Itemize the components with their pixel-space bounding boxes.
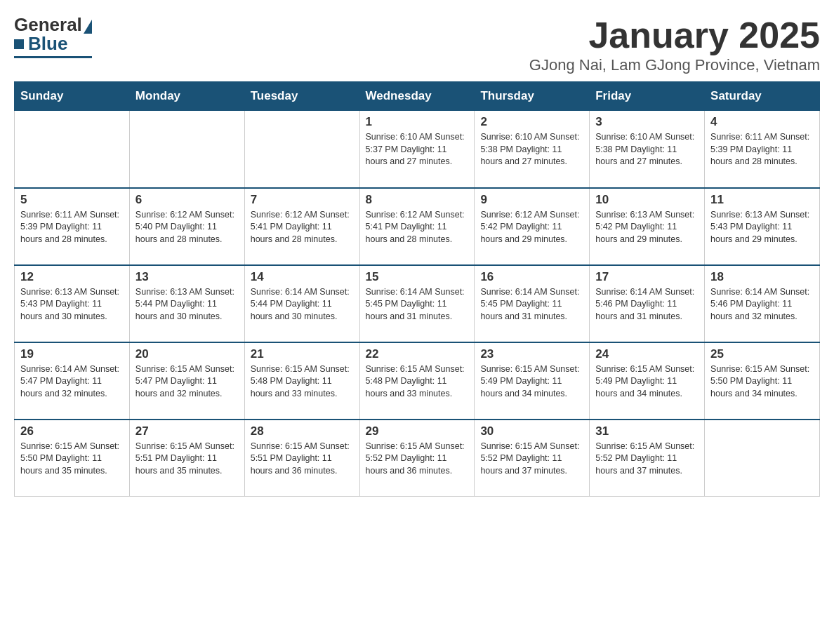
- calendar-cell: 10Sunrise: 6:13 AM Sunset: 5:42 PM Dayli…: [590, 188, 705, 265]
- day-info: Sunrise: 6:11 AM Sunset: 5:39 PM Dayligh…: [710, 131, 814, 168]
- day-number: 17: [595, 270, 699, 284]
- day-info: Sunrise: 6:15 AM Sunset: 5:51 PM Dayligh…: [251, 441, 354, 478]
- day-number: 16: [480, 270, 583, 284]
- calendar-week-row: 5Sunrise: 6:11 AM Sunset: 5:39 PM Daylig…: [15, 188, 820, 265]
- calendar-cell: 9Sunrise: 6:12 AM Sunset: 5:42 PM Daylig…: [475, 188, 590, 265]
- day-number: 5: [20, 193, 124, 207]
- day-info: Sunrise: 6:15 AM Sunset: 5:49 PM Dayligh…: [595, 363, 699, 401]
- day-number: 6: [135, 193, 239, 207]
- calendar-cell: 20Sunrise: 6:15 AM Sunset: 5:47 PM Dayli…: [129, 342, 244, 420]
- day-number: 24: [595, 347, 699, 361]
- day-info: Sunrise: 6:10 AM Sunset: 5:38 PM Dayligh…: [595, 131, 699, 168]
- calendar-cell: 11Sunrise: 6:13 AM Sunset: 5:43 PM Dayli…: [705, 188, 820, 265]
- day-info: Sunrise: 6:15 AM Sunset: 5:51 PM Dayligh…: [135, 441, 239, 478]
- day-number: 26: [20, 424, 124, 438]
- day-info: Sunrise: 6:13 AM Sunset: 5:42 PM Dayligh…: [595, 209, 699, 246]
- day-info: Sunrise: 6:15 AM Sunset: 5:50 PM Dayligh…: [710, 363, 814, 401]
- title-block: January 2025 GJong Nai, Lam GJong Provin…: [529, 14, 820, 74]
- calendar-cell: [244, 111, 359, 188]
- calendar-day-header: Thursday: [475, 82, 590, 111]
- calendar-week-row: 12Sunrise: 6:13 AM Sunset: 5:43 PM Dayli…: [15, 265, 820, 342]
- day-number: 27: [135, 424, 239, 438]
- day-info: Sunrise: 6:15 AM Sunset: 5:49 PM Dayligh…: [480, 363, 583, 401]
- calendar-cell: 21Sunrise: 6:15 AM Sunset: 5:48 PM Dayli…: [244, 342, 359, 420]
- calendar-cell: 29Sunrise: 6:15 AM Sunset: 5:52 PM Dayli…: [359, 420, 475, 497]
- day-number: 28: [251, 424, 354, 438]
- day-info: Sunrise: 6:10 AM Sunset: 5:37 PM Dayligh…: [366, 131, 469, 168]
- calendar-cell: 4Sunrise: 6:11 AM Sunset: 5:39 PM Daylig…: [705, 111, 820, 188]
- calendar-cell: 14Sunrise: 6:14 AM Sunset: 5:44 PM Dayli…: [244, 265, 359, 342]
- logo: General Blue: [14, 14, 92, 58]
- page-header: General Blue January 2025 GJong Nai, Lam…: [14, 14, 820, 74]
- logo-underline: [14, 56, 92, 58]
- calendar-week-row: 26Sunrise: 6:15 AM Sunset: 5:50 PM Dayli…: [15, 420, 820, 497]
- day-info: Sunrise: 6:12 AM Sunset: 5:40 PM Dayligh…: [135, 209, 239, 246]
- calendar-week-row: 1Sunrise: 6:10 AM Sunset: 5:37 PM Daylig…: [15, 111, 820, 188]
- logo-blue-text: Blue: [28, 33, 67, 55]
- calendar-cell: 31Sunrise: 6:15 AM Sunset: 5:52 PM Dayli…: [590, 420, 705, 497]
- day-number: 1: [366, 115, 469, 129]
- calendar-cell: 2Sunrise: 6:10 AM Sunset: 5:38 PM Daylig…: [475, 111, 590, 188]
- calendar-cell: 22Sunrise: 6:15 AM Sunset: 5:48 PM Dayli…: [359, 342, 475, 420]
- day-info: Sunrise: 6:15 AM Sunset: 5:47 PM Dayligh…: [135, 363, 239, 401]
- day-info: Sunrise: 6:12 AM Sunset: 5:41 PM Dayligh…: [366, 209, 469, 246]
- calendar-cell: 26Sunrise: 6:15 AM Sunset: 5:50 PM Dayli…: [15, 420, 130, 497]
- calendar-cell: 8Sunrise: 6:12 AM Sunset: 5:41 PM Daylig…: [359, 188, 475, 265]
- day-info: Sunrise: 6:12 AM Sunset: 5:42 PM Dayligh…: [480, 209, 583, 246]
- day-info: Sunrise: 6:15 AM Sunset: 5:48 PM Dayligh…: [366, 363, 469, 401]
- calendar-week-row: 19Sunrise: 6:14 AM Sunset: 5:47 PM Dayli…: [15, 342, 820, 420]
- day-info: Sunrise: 6:12 AM Sunset: 5:41 PM Dayligh…: [251, 209, 354, 246]
- calendar-day-header: Tuesday: [244, 82, 359, 111]
- day-number: 10: [595, 193, 699, 207]
- day-info: Sunrise: 6:10 AM Sunset: 5:38 PM Dayligh…: [480, 131, 583, 168]
- calendar-cell: 7Sunrise: 6:12 AM Sunset: 5:41 PM Daylig…: [244, 188, 359, 265]
- calendar-cell: 1Sunrise: 6:10 AM Sunset: 5:37 PM Daylig…: [359, 111, 475, 188]
- calendar-cell: 19Sunrise: 6:14 AM Sunset: 5:47 PM Dayli…: [15, 342, 130, 420]
- calendar-cell: 5Sunrise: 6:11 AM Sunset: 5:39 PM Daylig…: [15, 188, 130, 265]
- calendar-cell: 23Sunrise: 6:15 AM Sunset: 5:49 PM Dayli…: [475, 342, 590, 420]
- day-info: Sunrise: 6:13 AM Sunset: 5:44 PM Dayligh…: [135, 286, 239, 323]
- day-number: 23: [480, 347, 583, 361]
- day-info: Sunrise: 6:14 AM Sunset: 5:47 PM Dayligh…: [20, 363, 124, 401]
- day-info: Sunrise: 6:14 AM Sunset: 5:44 PM Dayligh…: [251, 286, 354, 323]
- calendar-header-row: SundayMondayTuesdayWednesdayThursdayFrid…: [15, 82, 820, 111]
- day-number: 7: [251, 193, 354, 207]
- day-info: Sunrise: 6:14 AM Sunset: 5:45 PM Dayligh…: [480, 286, 583, 323]
- page-subtitle: GJong Nai, Lam GJong Province, Vietnam: [529, 56, 820, 74]
- day-info: Sunrise: 6:15 AM Sunset: 5:52 PM Dayligh…: [595, 441, 699, 478]
- day-number: 15: [366, 270, 469, 284]
- day-info: Sunrise: 6:11 AM Sunset: 5:39 PM Dayligh…: [20, 209, 124, 246]
- logo-triangle-icon: [84, 20, 92, 34]
- day-number: 20: [135, 347, 239, 361]
- day-number: 14: [251, 270, 354, 284]
- calendar-cell: 12Sunrise: 6:13 AM Sunset: 5:43 PM Dayli…: [15, 265, 130, 342]
- calendar-cell: 24Sunrise: 6:15 AM Sunset: 5:49 PM Dayli…: [590, 342, 705, 420]
- calendar-day-header: Friday: [590, 82, 705, 111]
- day-info: Sunrise: 6:15 AM Sunset: 5:50 PM Dayligh…: [20, 441, 124, 478]
- calendar-table: SundayMondayTuesdayWednesdayThursdayFrid…: [14, 81, 820, 497]
- calendar-day-header: Sunday: [15, 82, 130, 111]
- day-info: Sunrise: 6:13 AM Sunset: 5:43 PM Dayligh…: [20, 286, 124, 323]
- day-number: 25: [710, 347, 814, 361]
- day-info: Sunrise: 6:15 AM Sunset: 5:52 PM Dayligh…: [366, 441, 469, 478]
- day-info: Sunrise: 6:15 AM Sunset: 5:52 PM Dayligh…: [480, 441, 583, 478]
- calendar-day-header: Saturday: [705, 82, 820, 111]
- calendar-cell: 16Sunrise: 6:14 AM Sunset: 5:45 PM Dayli…: [475, 265, 590, 342]
- day-number: 18: [710, 270, 814, 284]
- day-number: 13: [135, 270, 239, 284]
- calendar-cell: 6Sunrise: 6:12 AM Sunset: 5:40 PM Daylig…: [129, 188, 244, 265]
- day-info: Sunrise: 6:14 AM Sunset: 5:45 PM Dayligh…: [366, 286, 469, 323]
- calendar-day-header: Monday: [129, 82, 244, 111]
- day-number: 30: [480, 424, 583, 438]
- day-number: 3: [595, 115, 699, 129]
- calendar-cell: [705, 420, 820, 497]
- day-number: 29: [366, 424, 469, 438]
- calendar-cell: 13Sunrise: 6:13 AM Sunset: 5:44 PM Dayli…: [129, 265, 244, 342]
- calendar-cell: 3Sunrise: 6:10 AM Sunset: 5:38 PM Daylig…: [590, 111, 705, 188]
- day-number: 4: [710, 115, 814, 129]
- day-number: 21: [251, 347, 354, 361]
- day-number: 22: [366, 347, 469, 361]
- calendar-cell: 25Sunrise: 6:15 AM Sunset: 5:50 PM Dayli…: [705, 342, 820, 420]
- calendar-cell: 15Sunrise: 6:14 AM Sunset: 5:45 PM Dayli…: [359, 265, 475, 342]
- page-title: January 2025: [529, 14, 820, 56]
